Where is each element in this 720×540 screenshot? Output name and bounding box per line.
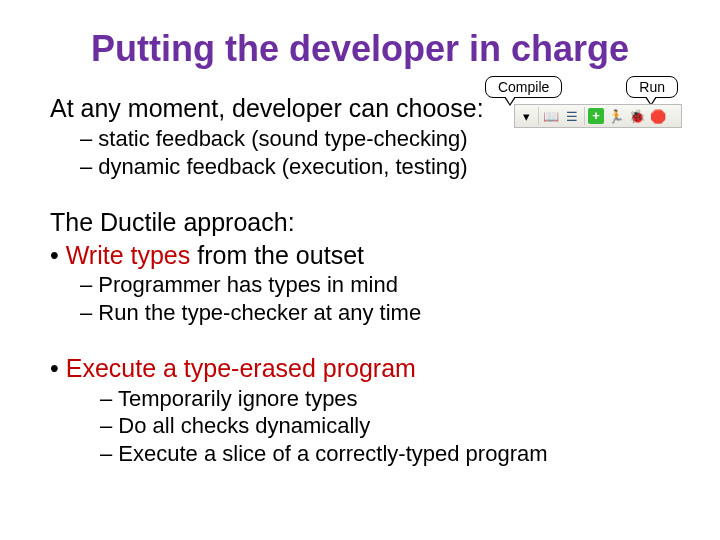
book-icon[interactable]: 📖 <box>542 107 560 125</box>
choose-dynamic: – dynamic feedback (execution, testing) <box>80 153 670 181</box>
callout-run: Run <box>626 76 678 98</box>
separator <box>538 107 539 125</box>
bullet-execute: • Execute a type-erased program <box>50 352 670 385</box>
separator <box>584 107 585 125</box>
ductile-block: The Ductile approach: • Write types from… <box>50 206 670 271</box>
write-types-sub-b: – Run the type-checker at any time <box>80 299 670 327</box>
exec-sub-c: – Execute a slice of a correctly-typed p… <box>100 440 670 468</box>
write-types-sub-a: – Programmer has types in mind <box>80 271 670 299</box>
callout-compile: Compile <box>485 76 562 98</box>
list-icon[interactable]: ☰ <box>563 107 581 125</box>
choose-static: – static feedback (sound type-checking) <box>80 125 670 153</box>
slide-title: Putting the developer in charge <box>50 28 670 70</box>
exec-sub-b: – Do all checks dynamically <box>100 412 670 440</box>
callout-row: Compile Run <box>485 76 678 98</box>
debug-icon[interactable]: 🐞 <box>628 107 646 125</box>
dropdown-icon: ▾ <box>517 107 535 125</box>
exec-sub-a: – Temporarily ignore types <box>100 385 670 413</box>
run-icon[interactable]: 🏃 <box>607 107 625 125</box>
ductile-intro: The Ductile approach: <box>50 208 295 236</box>
compile-icon[interactable]: + <box>588 108 604 124</box>
stop-icon[interactable]: 🛑 <box>649 107 667 125</box>
bullet-write-types: • Write types from the outset <box>50 241 364 269</box>
ide-toolbar: ▾ 📖 ☰ + 🏃 🐞 🛑 <box>514 104 682 128</box>
